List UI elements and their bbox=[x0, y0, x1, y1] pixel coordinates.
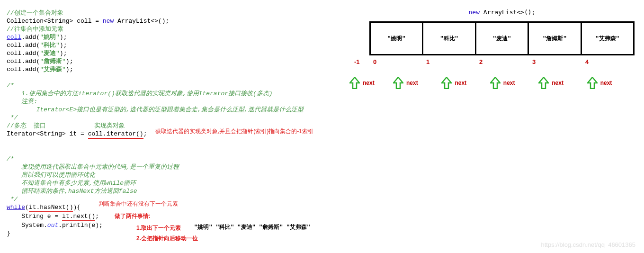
field-out: out bbox=[47, 222, 58, 229]
underlined-call: it.next() bbox=[62, 212, 95, 221]
underlined-call: coll.iterator() bbox=[88, 130, 143, 139]
code-text: } bbox=[7, 230, 10, 237]
note-output-values: "姚明" "科比" "麦迪" "詹姆斯" "艾弗森" bbox=[194, 223, 310, 231]
keyword-new: new bbox=[469, 9, 480, 16]
arrow-up-icon bbox=[587, 77, 598, 89]
code-text: ); bbox=[60, 42, 67, 49]
code-text: it.next() bbox=[62, 213, 95, 220]
code-text: .add( bbox=[21, 50, 40, 57]
string-literal: 麦迪 bbox=[44, 50, 56, 57]
var-coll: coll bbox=[7, 42, 21, 49]
comment-block-line: 所以我们可以使用循环优化 bbox=[7, 172, 95, 179]
next-arrow: next bbox=[537, 77, 586, 89]
index-label: -1 bbox=[350, 58, 369, 65]
code-text: ); bbox=[66, 66, 73, 73]
string-literal: 科比 bbox=[44, 42, 56, 49]
code-text: ); bbox=[66, 58, 73, 65]
code-text: .add( bbox=[21, 42, 40, 49]
code-text: ; bbox=[143, 130, 147, 137]
string-literal: 詹姆斯 bbox=[44, 58, 62, 65]
next-arrow: next bbox=[349, 77, 392, 89]
array-cell: "科比" bbox=[423, 23, 476, 54]
index-label: 4 bbox=[581, 58, 635, 65]
code-text: Collection<String> coll = bbox=[7, 18, 103, 25]
array-cell: "艾弗森" bbox=[582, 23, 633, 54]
comment-block-open: /* bbox=[7, 82, 14, 89]
comment-block-line: 循环结束的条件,hasNext方法返回false bbox=[7, 188, 137, 195]
var-coll: coll bbox=[7, 66, 21, 73]
next-label: next bbox=[503, 80, 515, 86]
keyword-while: while bbox=[7, 204, 25, 211]
next-label: next bbox=[406, 80, 418, 86]
index-label: 1 bbox=[422, 58, 475, 65]
array-cell: "麦迪" bbox=[476, 23, 529, 54]
next-label: next bbox=[552, 80, 564, 86]
index-label: 0 bbox=[369, 58, 422, 65]
code-text: ; bbox=[95, 213, 99, 220]
diagram-header: new ArrayList<>(); bbox=[369, 9, 635, 16]
comment-block-close: */ bbox=[7, 196, 18, 203]
arrow-up-icon bbox=[393, 77, 403, 89]
var-coll: coll bbox=[7, 58, 21, 65]
next-label: next bbox=[363, 80, 375, 86]
comment-line: //往集合中添加元素 bbox=[7, 26, 63, 33]
code-text: Iterator<String> it = bbox=[7, 130, 88, 137]
comment-block-line: 注意: bbox=[7, 98, 37, 105]
comment-line-part: 实现类对象 bbox=[94, 122, 125, 129]
comment-block-line: 发现使用迭代器取出集合中元素的代码,是一个重复的过程 bbox=[7, 163, 179, 171]
comment-block-line: Iterator<E>接口也是有泛型的,迭代器的泛型跟着集合走,集合是什么泛型,… bbox=[7, 106, 304, 113]
next-arrow: next bbox=[489, 77, 537, 89]
string-literal: 艾弗森 bbox=[44, 66, 62, 73]
note-iterator-desc: 获取迭代器的实现类对象,并且会把指针(索引)指向集合的-1索引 bbox=[155, 127, 313, 136]
diagram-cells: "姚明" "科比" "麦迪" "詹姆斯" "艾弗森" bbox=[369, 21, 635, 55]
code-text: ); bbox=[60, 50, 67, 57]
code-text: it.hasNext() bbox=[29, 204, 73, 211]
underlined-call: it.hasNext() bbox=[29, 203, 73, 212]
var-coll: coll bbox=[7, 34, 21, 41]
code-text: .add( bbox=[21, 34, 40, 41]
index-label: 2 bbox=[475, 58, 528, 65]
code-text: .add( bbox=[21, 58, 40, 65]
arrow-up-icon bbox=[490, 77, 501, 89]
code-text: coll.iterator() bbox=[88, 130, 143, 137]
next-arrow: next bbox=[440, 77, 489, 89]
array-cell: "詹姆斯" bbox=[529, 23, 581, 54]
comment-line: //创建一个集合对象 bbox=[7, 9, 63, 17]
arrow-up-icon bbox=[349, 77, 360, 89]
string-literal: 姚明 bbox=[44, 34, 56, 41]
arrow-up-icon bbox=[441, 77, 452, 89]
note-did-two: 做了两件事情: bbox=[115, 212, 151, 220]
code-text: ( bbox=[25, 204, 29, 211]
index-label: 3 bbox=[528, 58, 581, 65]
comment-block-line: 不知道集合中有多少元素,使用while循环 bbox=[7, 180, 136, 187]
comment-block-open: /* bbox=[7, 155, 14, 163]
code-text: .println(e); bbox=[58, 222, 103, 229]
next-arrow: next bbox=[392, 77, 440, 89]
watermark: https://blog.csdn.net/qq_46601365 bbox=[541, 241, 636, 248]
comment-block-close: */ bbox=[7, 114, 18, 121]
code-text: String e = bbox=[7, 213, 62, 220]
code-text: .add( bbox=[21, 66, 40, 73]
var-coll: coll bbox=[7, 50, 21, 57]
code-text: ){ bbox=[73, 204, 80, 211]
code-text: ArrayList<>(); bbox=[480, 9, 535, 16]
array-cell: "姚明" bbox=[371, 23, 423, 54]
arrow-up-icon bbox=[538, 77, 549, 89]
comment-line: //多态 接口 bbox=[7, 122, 46, 129]
arrow-row: next next next next next next bbox=[369, 77, 635, 89]
note-hasnext: 判断集合中还有没有下一个元素 bbox=[98, 200, 178, 208]
arraylist-diagram: new ArrayList<>(); "姚明" "科比" "麦迪" "詹姆斯" … bbox=[369, 9, 635, 89]
next-arrow: next bbox=[586, 77, 635, 89]
code-text: System. bbox=[7, 222, 47, 229]
keyword-new: new bbox=[103, 18, 114, 25]
next-label: next bbox=[600, 80, 612, 86]
next-label: next bbox=[455, 80, 466, 86]
code-text: ); bbox=[60, 34, 67, 41]
comment-block-line: 1.使用集合中的方法iterator()获取迭代器的实现类对象,使用Iterat… bbox=[7, 90, 273, 97]
index-row: -1 0 1 2 3 4 bbox=[369, 58, 635, 65]
code-text: ArrayList<>(); bbox=[114, 18, 169, 25]
note-did-b: 2.会把指针向后移动一位 bbox=[136, 235, 198, 243]
note-did-a: 1.取出下一个元素 bbox=[136, 224, 181, 232]
